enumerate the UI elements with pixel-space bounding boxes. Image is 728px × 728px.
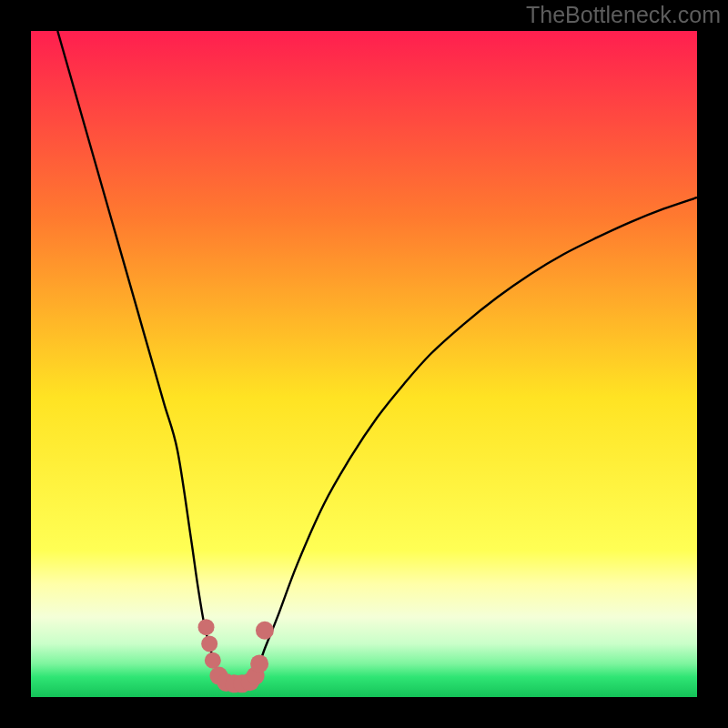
gradient-background: [31, 31, 697, 697]
watermark-text: TheBottleneck.com: [526, 2, 721, 28]
marker-point: [198, 619, 215, 635]
marker-point: [205, 652, 221, 669]
marker-point: [201, 635, 217, 652]
chart-frame: TheBottleneck.com: [0, 0, 728, 728]
marker-point: [256, 622, 274, 640]
chart-svg: [31, 31, 697, 697]
marker-point: [250, 654, 268, 672]
plot-area: [31, 31, 697, 697]
